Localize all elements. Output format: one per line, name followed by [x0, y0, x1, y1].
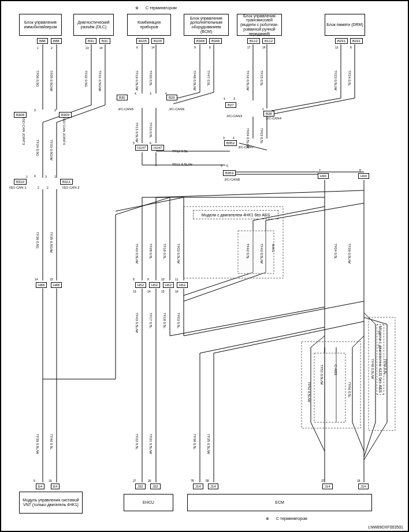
header-box-3: Блок управления дополнительным оборудова…	[184, 14, 229, 36]
pin-6: 9	[194, 46, 196, 49]
wire-label-25: TF03 0.5L/W	[177, 243, 180, 264]
connector-B348-7: B348	[209, 38, 222, 44]
wire-label-0: TF06 0.5G	[36, 70, 39, 87]
side-label-6: ISO CAN 1	[9, 186, 27, 189]
svg-line-66	[311, 336, 325, 347]
model-box-1: Модели с двигателем 4JJ1 без АБS	[377, 324, 384, 395]
pin-8: 17	[247, 46, 251, 49]
pin-14: 4	[135, 92, 136, 95]
wire-label-11: TF24 0.5L	[348, 70, 351, 86]
terminator-asterisk-top: ※	[135, 6, 139, 10]
pin-27: 4	[233, 136, 235, 140]
terminator-label-bottom: С терминатором	[276, 516, 307, 520]
wire-label-36: C-ABS	[334, 365, 337, 375]
header-box-5: Блок памяти (DRM)	[325, 14, 365, 36]
pin-19: 1	[262, 107, 264, 111]
mid-connector-E4-21: E4	[51, 484, 60, 489]
wire-label-32: TF17 0.5L	[149, 313, 153, 328]
pin-5: 14	[151, 46, 155, 49]
wire-label-20: TF36 0.5G	[36, 232, 39, 249]
svg-line-67	[352, 336, 364, 347]
side-label-5: J/C-CAN4	[266, 117, 281, 120]
svg-line-51	[266, 203, 364, 220]
mid-connector-B27-4: B27	[225, 102, 236, 108]
wire-label-13: TF33 0.5G/W	[50, 140, 53, 160]
pin-45: 16	[49, 479, 52, 482]
wire-label-34: TF03 0.5L	[177, 313, 180, 328]
side-label-7: ISO CAN 2	[62, 186, 80, 189]
mid-connector-H90-13: H90	[358, 173, 369, 179]
wire-label-21: TF35 0.5G/W	[50, 232, 53, 253]
pin-2: 13	[85, 46, 89, 50]
pin-11: 8	[350, 46, 352, 49]
wire-label-3: TF31 0.5G/W	[98, 70, 102, 91]
pin-51: 18	[357, 479, 360, 482]
pin-15: 3	[150, 92, 151, 95]
bottom-box-2: ECM	[187, 494, 372, 511]
svg-rect-81	[314, 353, 345, 422]
connector-B231-10: B231	[335, 38, 348, 44]
connector-B112-9: B112	[262, 38, 275, 44]
pin-48: 78	[191, 479, 194, 482]
bottom-box-0: Модуль управления системой VNT (только д…	[19, 492, 83, 514]
svg-line-76	[364, 422, 375, 457]
wire-label-4: TF19 0.5L/W	[135, 70, 139, 91]
pin-31: 6	[226, 164, 228, 167]
pin-3: 14	[99, 46, 103, 50]
svg-line-58	[170, 307, 325, 336]
svg-line-53	[184, 272, 266, 301]
mid-connector-B28-5: B28	[263, 111, 274, 117]
svg-line-18	[173, 92, 200, 99]
pin-33: 8	[359, 168, 361, 172]
pin-1: 2	[51, 46, 53, 50]
wire-label-22: TF43 0.5L/W	[135, 243, 139, 264]
mid-connector-B308-0: B308	[14, 112, 27, 118]
wire-label-6: TF48 0.5L/W	[193, 70, 196, 91]
svg-line-74	[364, 313, 375, 324]
pin-38: 10	[161, 278, 165, 281]
pin-21: 4	[34, 174, 36, 178]
pin-36: 8	[133, 278, 135, 281]
connector-B88-1: B88	[51, 38, 62, 44]
pin-34: 14	[35, 278, 38, 281]
pin-17: 4	[224, 97, 225, 100]
wire-label-45: TF36 0.5L	[193, 434, 196, 449]
wire-label-35: TF51 0.5L/W	[320, 365, 324, 385]
pin-25: 2	[47, 186, 49, 189]
pin-9: 19	[262, 46, 266, 49]
wire-label-23: TF28 0.5L	[149, 243, 153, 259]
side-label-0: ISO CAN JOINT3	[22, 118, 25, 145]
side-label-3: J/C-CAN6	[169, 107, 184, 111]
wire-label-39: TF48 0.5L/W	[371, 359, 374, 379]
svg-line-19	[173, 92, 214, 104]
side-label-4: J/C-CAN3	[226, 114, 242, 118]
pin-20: 1	[26, 175, 28, 178]
svg-line-33	[272, 98, 355, 114]
header-box-2: Комбинация приборов	[127, 14, 171, 36]
mid-connector-E4-20: E4	[36, 484, 44, 489]
svg-line-52	[184, 272, 253, 295]
mid-connector-H52-16: H52	[135, 282, 146, 288]
pin-40: 13	[133, 290, 136, 293]
wire-label-31: TF43 0.5L/W	[135, 313, 139, 333]
pin-13: 3	[54, 108, 56, 112]
pin-37: 9	[147, 278, 149, 281]
svg-line-63	[214, 321, 364, 353]
pin-28: 5	[133, 141, 135, 145]
mid-connector-H147-11: H147	[151, 145, 164, 151]
pin-26: 3	[223, 136, 225, 140]
svg-line-45	[116, 197, 184, 211]
wire-label-10: TF23 0.5L/W	[334, 70, 337, 91]
wire-label-19: TF11 0.5L/W	[172, 163, 192, 166]
pin-49: 58	[206, 479, 209, 482]
wire-label-44: TF21 0.5L/W	[149, 434, 153, 454]
side-label-8: J/C-CAN7	[238, 145, 254, 149]
mid-connector-H52-19: H52	[177, 282, 188, 288]
wire-label-14: TF11 0.5L/W	[135, 122, 139, 143]
mid-connector-H88-15: H88	[51, 282, 62, 288]
mid-connector-J22-22: J22	[135, 484, 146, 489]
svg-line-69	[352, 422, 364, 451]
side-label-2: J/C-CAN5	[118, 107, 133, 111]
wire-label-24: TF18 0.5L	[163, 243, 166, 259]
pin-10: 12	[335, 46, 339, 49]
